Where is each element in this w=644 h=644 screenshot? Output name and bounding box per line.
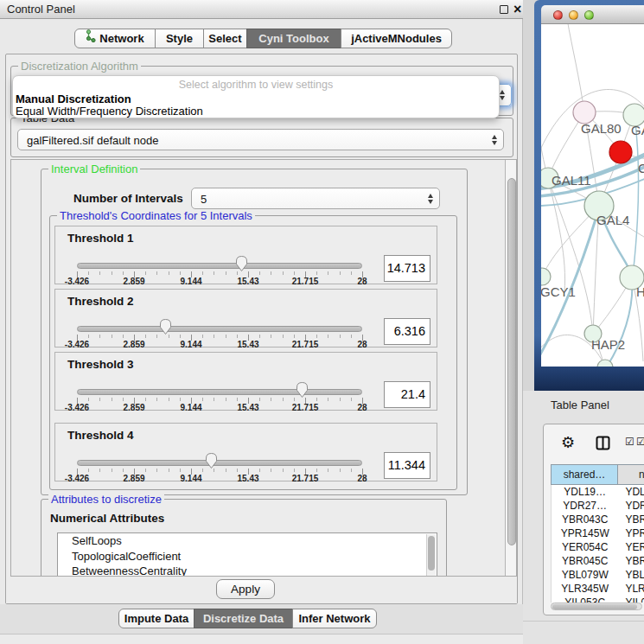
dropdown-option[interactable]: Manual Discretization [16, 92, 131, 105]
table-row[interactable]: YER054CYER0 [552, 540, 644, 554]
tick-mark [271, 469, 271, 472]
attribute-list-item[interactable]: SelfLoops [58, 533, 437, 549]
number-of-intervals-value: 5 [201, 192, 207, 205]
combo-arrows-icon [428, 194, 433, 204]
tick-mark [99, 469, 100, 472]
tab-infer-network[interactable]: Infer Network [292, 609, 377, 628]
tick-mark [259, 335, 260, 338]
table-row[interactable]: YDL19…YDL1 [552, 485, 644, 499]
tab-cyni-toolbox[interactable]: Cyni Toolbox [246, 29, 341, 48]
mac-zoom-button[interactable] [584, 10, 594, 20]
threshold-slider-track[interactable] [77, 263, 362, 269]
node-label: GA [631, 123, 644, 137]
tick-mark [88, 469, 89, 472]
right-side-panel: GAL80GACGAL11GAL4GCY1HHAP2 Table Panel ⚙… [523, 0, 644, 644]
cell-shared-name: YDL19… [552, 485, 618, 499]
tick-mark [112, 271, 112, 275]
threshold-slider-thumb[interactable] [234, 254, 249, 272]
table-row[interactable]: YBL079WYBL0 [552, 568, 644, 582]
threshold-value-field[interactable]: 11.344 [384, 452, 430, 479]
settings-vertical-scrollbar[interactable] [505, 160, 517, 577]
tick-mark [99, 271, 100, 275]
tab-discretize-data[interactable]: Discretize Data [194, 609, 293, 628]
attribute-list-item[interactable]: TopologicalCoefficient [58, 549, 437, 564]
tick-label: 21.715 [292, 340, 319, 349]
threshold-slider-track[interactable] [77, 326, 362, 332]
tick-label: 2.859 [123, 403, 144, 412]
cell-name: YDR2 [618, 499, 644, 513]
table-row[interactable]: YDR27…YDR2 [552, 499, 644, 513]
tick-mark [259, 398, 260, 401]
tick-mark [328, 469, 328, 472]
selected-red-node[interactable] [609, 141, 632, 163]
threshold-slider-thumb[interactable] [295, 380, 309, 399]
table-horizontal-scrollbar[interactable] [551, 603, 642, 610]
numerical-attributes-list[interactable]: SelfLoopsTopologicalCoefficientBetweenne… [57, 532, 437, 577]
tick-mark [271, 335, 271, 338]
float-window-icon[interactable] [500, 5, 508, 14]
table-data-value: galFiltered.sif default node [27, 133, 158, 146]
threshold-value-field[interactable]: 21.4 [384, 381, 430, 408]
threshold-slider-track[interactable] [77, 460, 362, 466]
gear-icon[interactable]: ⚙ [561, 433, 575, 451]
dropdown-placeholder: Select algorithm to view settings [13, 79, 499, 91]
tab-network[interactable]: Network [74, 29, 156, 48]
tab-impute-data[interactable]: Impute Data [118, 609, 194, 628]
split-pane-icon[interactable] [596, 436, 610, 454]
attributes-list-scrollbar[interactable] [426, 534, 436, 577]
table-row[interactable]: YPR145WYPR1 [552, 526, 644, 540]
scrollbar-thumb[interactable] [507, 178, 516, 545]
threshold-title: Threshold 3 [67, 358, 134, 371]
column-header[interactable]: shared… [551, 464, 618, 485]
tick-mark [145, 271, 146, 275]
threshold-slider-thumb[interactable] [158, 317, 173, 335]
table-row[interactable]: YBR045CYBR0 [552, 554, 644, 568]
tick-mark [169, 398, 169, 401]
thresholds-group-label: Threshold's Coordinates for 5 Intervals [57, 209, 255, 222]
tick-label: 21.715 [292, 403, 319, 412]
tab-jactivemnodules[interactable]: jActiveMNodules [341, 29, 452, 48]
column-header[interactable]: na [618, 464, 644, 485]
attribute-list-item[interactable]: BetweennessCentrality [58, 564, 437, 577]
number-of-intervals-combobox[interactable]: 5 [191, 188, 440, 209]
tab-select[interactable]: Select [203, 29, 247, 48]
threshold-slider-thumb[interactable] [204, 451, 219, 469]
dropdown-option[interactable]: Equal Width/Frequency Discretization [16, 105, 203, 118]
mac-minimize-button[interactable] [569, 10, 578, 20]
tick-mark [340, 335, 341, 338]
network-canvas[interactable]: GAL80GACGAL11GAL4GCY1HHAP2 [541, 24, 644, 367]
interval-definition-label: Interval Definition [48, 163, 140, 175]
combo-arrows-icon [492, 135, 497, 145]
threshold-title: Threshold 1 [67, 232, 134, 245]
tick-mark [145, 469, 146, 472]
threshold-slider-track[interactable] [77, 389, 362, 395]
checkbox-icon[interactable]: ☑ [636, 436, 644, 448]
tick-mark [156, 469, 157, 472]
tab-style[interactable]: Style [155, 29, 204, 48]
checkbox-icon[interactable]: ☑ [625, 436, 634, 448]
tick-mark [351, 271, 352, 275]
tab-label: Impute Data [124, 609, 188, 628]
tab-label: Infer Network [298, 609, 370, 628]
tick-label: -3.426 [65, 340, 89, 349]
table-row[interactable]: YIL053CYIL0 [552, 596, 644, 603]
table-row[interactable]: YLR345WYLR3 [552, 582, 644, 596]
cell-name: YIL0 [618, 596, 644, 603]
mac-close-button[interactable] [553, 10, 563, 20]
tick-label: 2.859 [123, 277, 144, 286]
cell-name: YDL1 [618, 485, 644, 499]
table-row[interactable]: YBR043CYBR0 [552, 513, 644, 526]
GCY1-node[interactable] [541, 268, 551, 285]
network-edge [633, 115, 638, 276]
threshold-value-field[interactable]: 14.713 [384, 255, 430, 282]
threshold-box: Threshold 1-3.4262.8599.14415.4321.71528… [54, 226, 437, 284]
scrollbar-thumb[interactable] [552, 604, 637, 610]
tick-mark [340, 271, 341, 275]
threshold-box: Threshold 3-3.4262.8599.14415.4321.71528… [54, 352, 437, 411]
apply-button[interactable]: Apply [216, 579, 275, 599]
close-icon[interactable]: × [513, 0, 521, 19]
tick-mark [123, 335, 124, 338]
table-data-combobox[interactable]: galFiltered.sif default node [17, 129, 504, 150]
threshold-value-field[interactable]: 6.316 [384, 318, 430, 345]
tick-mark [88, 335, 89, 338]
